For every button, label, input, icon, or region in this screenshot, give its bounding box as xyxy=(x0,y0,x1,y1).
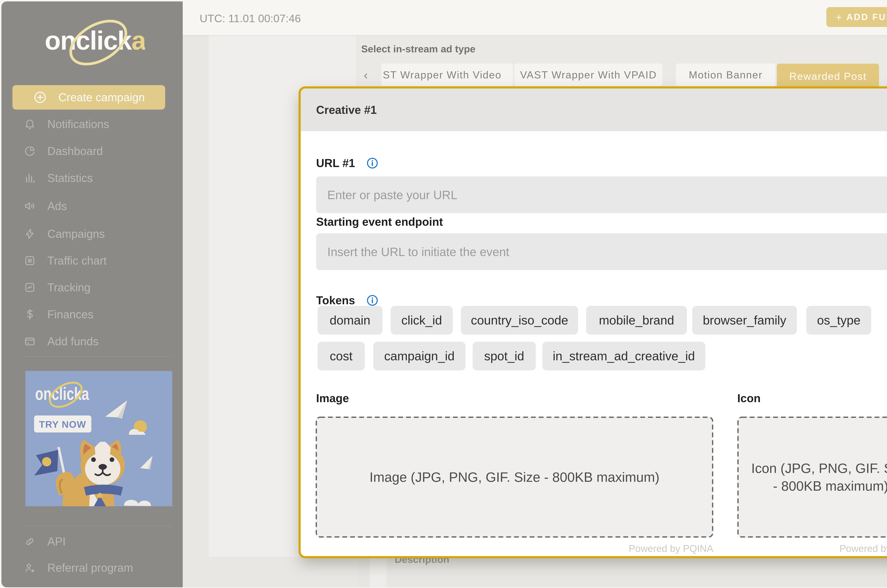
svg-text:TRY NOW: TRY NOW xyxy=(39,419,86,430)
svg-text:onclicka: onclicka xyxy=(45,26,145,55)
